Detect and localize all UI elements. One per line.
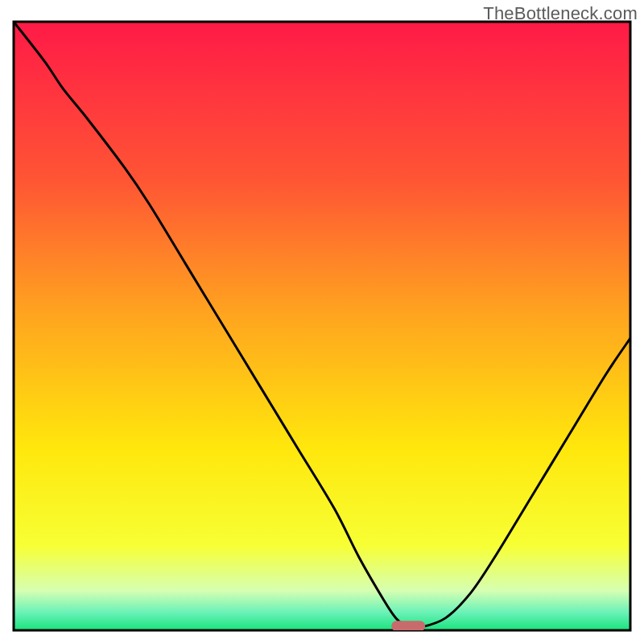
plot-background [14, 22, 630, 630]
optimal-zone-marker [391, 621, 425, 631]
bottleneck-chart [0, 0, 644, 644]
watermark-text: TheBottleneck.com [483, 3, 638, 24]
chart-container: TheBottleneck.com [0, 0, 644, 644]
